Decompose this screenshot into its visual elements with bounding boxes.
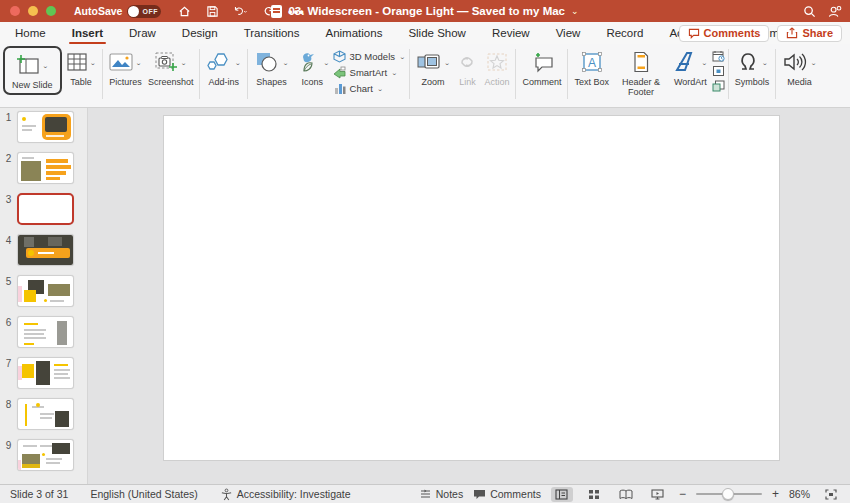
home-icon[interactable] (177, 4, 191, 18)
zoom-percentage[interactable]: 86% (789, 488, 810, 500)
icons-label: Icons (301, 77, 323, 87)
tab-review[interactable]: Review (491, 24, 531, 42)
slide-thumbnail-8[interactable] (17, 398, 74, 430)
3d-models-label: 3D Models (350, 51, 395, 62)
tab-draw[interactable]: Draw (128, 24, 157, 42)
save-icon[interactable] (205, 4, 219, 18)
shapes-button[interactable]: ⌄ Shapes (251, 47, 292, 89)
chevron-down-icon: ⌄ (180, 58, 187, 65)
pictures-button[interactable]: ⌄ Pictures (106, 47, 145, 89)
redo-icon[interactable] (261, 4, 275, 18)
link-button: Link (453, 47, 481, 89)
media-button[interactable]: ⌄ Media (779, 47, 820, 89)
search-icon[interactable] (802, 4, 816, 18)
new-slide-button[interactable]: ⌄ New Slide (9, 50, 56, 92)
fit-slide-to-window-button[interactable] (820, 487, 842, 502)
slide-number: 7 (0, 357, 17, 389)
pictures-icon (109, 52, 133, 72)
tab-slide-show[interactable]: Slide Show (407, 24, 467, 42)
text-box-button[interactable]: A Text Box (571, 47, 612, 89)
slideshow-view-button[interactable] (647, 487, 669, 502)
close-window-button[interactable] (10, 6, 20, 16)
zoom-button[interactable]: ⌄ Zoom (413, 47, 454, 89)
maximize-window-button[interactable] (46, 6, 56, 16)
minimize-window-button[interactable] (28, 6, 38, 16)
models-smartart-chart-group: 3D Models ⌄ SmartArt ⌄ Chart ⌄ (333, 46, 406, 96)
chevron-down-icon: ⌄ (399, 53, 406, 60)
action-label: Action (484, 77, 509, 87)
share-button[interactable]: Share (777, 25, 842, 42)
tab-animations[interactable]: Animations (325, 24, 384, 42)
ribbon-divider (409, 49, 410, 99)
autosave-label: AutoSave (74, 5, 122, 17)
tab-record[interactable]: Record (605, 24, 644, 42)
slide-thumbnail-7[interactable] (17, 357, 74, 389)
table-button[interactable]: ⌄ Table (63, 47, 100, 89)
symbols-button[interactable]: ⌄ Symbols (732, 47, 773, 89)
object-icon[interactable] (712, 80, 725, 92)
normal-view-icon (555, 489, 568, 500)
tab-design[interactable]: Design (181, 24, 219, 42)
add-ins-button[interactable]: ⌄ Add-ins (203, 47, 244, 89)
insert-ribbon: ⌄ New Slide ⌄ Table ⌄ Pictures ⌄ Screens… (0, 44, 850, 108)
ribbon-divider (199, 49, 200, 99)
zoom-slider-knob[interactable] (722, 488, 734, 500)
slide-thumbnail-2[interactable] (17, 152, 74, 184)
slide-thumbnail-3-selected[interactable] (17, 193, 74, 225)
insert-small-buttons (712, 46, 725, 92)
share-button-label: Share (802, 27, 833, 39)
undo-icon[interactable] (233, 4, 247, 18)
slide-thumbnail-1[interactable] (17, 111, 74, 143)
notes-icon (419, 489, 432, 500)
zoom-out-button[interactable]: − (679, 487, 686, 501)
comments-button[interactable]: Comments (679, 25, 770, 42)
notes-toggle[interactable]: Notes (419, 488, 463, 500)
header-footer-button[interactable]: Header & Footer (612, 47, 670, 100)
slide-number: 6 (0, 316, 17, 348)
comment-label: Comment (522, 77, 561, 87)
tab-view[interactable]: View (555, 24, 582, 42)
accessibility-icon (220, 488, 233, 501)
slide-sorter-view-button[interactable] (583, 487, 605, 502)
more-commands-icon[interactable]: ••• (289, 4, 303, 18)
title-chevron-down-icon[interactable]: ⌄ (571, 6, 579, 16)
icons-button[interactable]: ⌄ Icons (292, 47, 333, 89)
slide-thumbnail-6[interactable] (17, 316, 74, 348)
wordart-button[interactable]: ⌄ WordArt (670, 47, 711, 89)
current-slide-canvas[interactable] (163, 115, 780, 461)
ribbon-divider (515, 49, 516, 99)
slide-thumbnail-5[interactable] (17, 275, 74, 307)
zoom-in-button[interactable]: + (772, 487, 779, 501)
tab-transitions[interactable]: Transitions (243, 24, 301, 42)
autosave-state: OFF (142, 8, 158, 15)
action-icon (486, 52, 508, 72)
comment-button[interactable]: Comment (519, 47, 564, 89)
autosave-toggle[interactable]: OFF (127, 5, 161, 18)
zoom-icon (416, 52, 442, 72)
tab-home[interactable]: Home (14, 24, 47, 42)
slide-thumbnail-9[interactable] (17, 439, 74, 471)
add-ins-label: Add-ins (209, 77, 240, 87)
comments-toggle[interactable]: Comments (473, 488, 541, 500)
zoom-slider[interactable] (696, 493, 762, 495)
slide-thumbnail-4[interactable] (17, 234, 74, 266)
speaker-icon (782, 51, 808, 73)
language-indicator[interactable]: English (United States) (90, 488, 197, 500)
media-label: Media (787, 77, 812, 87)
screenshot-button[interactable]: ⌄ Screenshot (145, 47, 197, 89)
chart-button[interactable]: Chart ⌄ (333, 81, 406, 96)
date-time-icon[interactable] (712, 50, 725, 62)
comment-bubble-icon (688, 28, 700, 39)
slide-number-icon[interactable] (712, 65, 725, 77)
account-icon[interactable] (828, 4, 842, 18)
share-icon (786, 27, 798, 39)
tab-insert[interactable]: Insert (71, 24, 104, 42)
3d-models-button[interactable]: 3D Models ⌄ (333, 49, 406, 64)
accessibility-status[interactable]: Accessibility: Investigate (220, 488, 351, 501)
action-button: Action (481, 47, 512, 89)
smartart-button[interactable]: SmartArt ⌄ (333, 65, 406, 80)
accessibility-label: Accessibility: Investigate (237, 488, 351, 500)
normal-view-button[interactable] (551, 487, 573, 502)
slide-number: 5 (0, 275, 17, 307)
reading-view-button[interactable] (615, 487, 637, 502)
